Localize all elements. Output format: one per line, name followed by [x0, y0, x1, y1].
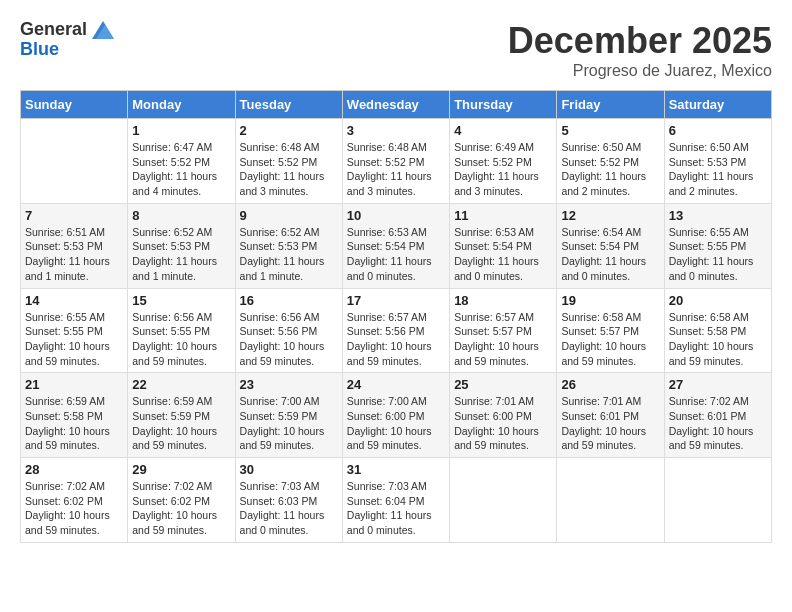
day-cell: 19Sunrise: 6:58 AMSunset: 5:57 PMDayligh…: [557, 288, 664, 373]
day-info: Sunrise: 6:48 AMSunset: 5:52 PMDaylight:…: [347, 140, 445, 199]
day-cell: 22Sunrise: 6:59 AMSunset: 5:59 PMDayligh…: [128, 373, 235, 458]
day-info: Sunrise: 6:57 AMSunset: 5:56 PMDaylight:…: [347, 310, 445, 369]
day-number: 28: [25, 462, 123, 477]
day-cell: 11Sunrise: 6:53 AMSunset: 5:54 PMDayligh…: [450, 203, 557, 288]
day-number: 31: [347, 462, 445, 477]
day-cell: 14Sunrise: 6:55 AMSunset: 5:55 PMDayligh…: [21, 288, 128, 373]
day-cell: [664, 458, 771, 543]
day-cell: 8Sunrise: 6:52 AMSunset: 5:53 PMDaylight…: [128, 203, 235, 288]
day-cell: 30Sunrise: 7:03 AMSunset: 6:03 PMDayligh…: [235, 458, 342, 543]
day-cell: 17Sunrise: 6:57 AMSunset: 5:56 PMDayligh…: [342, 288, 449, 373]
header-friday: Friday: [557, 91, 664, 119]
day-number: 17: [347, 293, 445, 308]
header-saturday: Saturday: [664, 91, 771, 119]
day-number: 25: [454, 377, 552, 392]
header-sunday: Sunday: [21, 91, 128, 119]
day-info: Sunrise: 7:02 AMSunset: 6:02 PMDaylight:…: [132, 479, 230, 538]
day-info: Sunrise: 6:51 AMSunset: 5:53 PMDaylight:…: [25, 225, 123, 284]
week-row-4: 28Sunrise: 7:02 AMSunset: 6:02 PMDayligh…: [21, 458, 772, 543]
day-number: 24: [347, 377, 445, 392]
header-monday: Monday: [128, 91, 235, 119]
week-row-0: 1Sunrise: 6:47 AMSunset: 5:52 PMDaylight…: [21, 119, 772, 204]
day-info: Sunrise: 7:03 AMSunset: 6:03 PMDaylight:…: [240, 479, 338, 538]
page-header: General Blue December 2025 Progreso de J…: [20, 20, 772, 80]
day-info: Sunrise: 6:56 AMSunset: 5:55 PMDaylight:…: [132, 310, 230, 369]
day-info: Sunrise: 6:54 AMSunset: 5:54 PMDaylight:…: [561, 225, 659, 284]
header-wednesday: Wednesday: [342, 91, 449, 119]
day-cell: [557, 458, 664, 543]
week-row-3: 21Sunrise: 6:59 AMSunset: 5:58 PMDayligh…: [21, 373, 772, 458]
logo-text: General Blue: [20, 20, 114, 60]
day-number: 18: [454, 293, 552, 308]
day-cell: 12Sunrise: 6:54 AMSunset: 5:54 PMDayligh…: [557, 203, 664, 288]
day-number: 4: [454, 123, 552, 138]
day-cell: 10Sunrise: 6:53 AMSunset: 5:54 PMDayligh…: [342, 203, 449, 288]
day-number: 8: [132, 208, 230, 223]
day-number: 15: [132, 293, 230, 308]
week-row-2: 14Sunrise: 6:55 AMSunset: 5:55 PMDayligh…: [21, 288, 772, 373]
day-info: Sunrise: 7:00 AMSunset: 5:59 PMDaylight:…: [240, 394, 338, 453]
logo-icon: [92, 21, 114, 39]
day-cell: 24Sunrise: 7:00 AMSunset: 6:00 PMDayligh…: [342, 373, 449, 458]
day-cell: 29Sunrise: 7:02 AMSunset: 6:02 PMDayligh…: [128, 458, 235, 543]
day-number: 27: [669, 377, 767, 392]
logo: General Blue: [20, 20, 114, 60]
day-info: Sunrise: 6:55 AMSunset: 5:55 PMDaylight:…: [25, 310, 123, 369]
day-cell: 9Sunrise: 6:52 AMSunset: 5:53 PMDaylight…: [235, 203, 342, 288]
day-cell: 7Sunrise: 6:51 AMSunset: 5:53 PMDaylight…: [21, 203, 128, 288]
day-info: Sunrise: 7:02 AMSunset: 6:01 PMDaylight:…: [669, 394, 767, 453]
day-cell: 16Sunrise: 6:56 AMSunset: 5:56 PMDayligh…: [235, 288, 342, 373]
day-info: Sunrise: 6:56 AMSunset: 5:56 PMDaylight:…: [240, 310, 338, 369]
day-info: Sunrise: 6:58 AMSunset: 5:57 PMDaylight:…: [561, 310, 659, 369]
day-number: 3: [347, 123, 445, 138]
day-cell: [21, 119, 128, 204]
day-number: 1: [132, 123, 230, 138]
day-cell: 21Sunrise: 6:59 AMSunset: 5:58 PMDayligh…: [21, 373, 128, 458]
day-cell: 2Sunrise: 6:48 AMSunset: 5:52 PMDaylight…: [235, 119, 342, 204]
day-info: Sunrise: 7:01 AMSunset: 6:00 PMDaylight:…: [454, 394, 552, 453]
day-cell: 5Sunrise: 6:50 AMSunset: 5:52 PMDaylight…: [557, 119, 664, 204]
day-info: Sunrise: 6:52 AMSunset: 5:53 PMDaylight:…: [240, 225, 338, 284]
day-cell: 28Sunrise: 7:02 AMSunset: 6:02 PMDayligh…: [21, 458, 128, 543]
week-row-1: 7Sunrise: 6:51 AMSunset: 5:53 PMDaylight…: [21, 203, 772, 288]
day-number: 23: [240, 377, 338, 392]
day-number: 11: [454, 208, 552, 223]
calendar-header: SundayMondayTuesdayWednesdayThursdayFrid…: [21, 91, 772, 119]
day-cell: 4Sunrise: 6:49 AMSunset: 5:52 PMDaylight…: [450, 119, 557, 204]
main-title: December 2025: [508, 20, 772, 62]
day-number: 10: [347, 208, 445, 223]
calendar: SundayMondayTuesdayWednesdayThursdayFrid…: [20, 90, 772, 543]
day-info: Sunrise: 6:47 AMSunset: 5:52 PMDaylight:…: [132, 140, 230, 199]
day-info: Sunrise: 6:57 AMSunset: 5:57 PMDaylight:…: [454, 310, 552, 369]
day-number: 5: [561, 123, 659, 138]
day-info: Sunrise: 7:01 AMSunset: 6:01 PMDaylight:…: [561, 394, 659, 453]
day-cell: 23Sunrise: 7:00 AMSunset: 5:59 PMDayligh…: [235, 373, 342, 458]
day-cell: 18Sunrise: 6:57 AMSunset: 5:57 PMDayligh…: [450, 288, 557, 373]
day-info: Sunrise: 7:02 AMSunset: 6:02 PMDaylight:…: [25, 479, 123, 538]
day-cell: 6Sunrise: 6:50 AMSunset: 5:53 PMDaylight…: [664, 119, 771, 204]
day-number: 16: [240, 293, 338, 308]
day-number: 14: [25, 293, 123, 308]
day-number: 26: [561, 377, 659, 392]
day-info: Sunrise: 6:55 AMSunset: 5:55 PMDaylight:…: [669, 225, 767, 284]
day-info: Sunrise: 6:52 AMSunset: 5:53 PMDaylight:…: [132, 225, 230, 284]
day-number: 30: [240, 462, 338, 477]
day-info: Sunrise: 6:53 AMSunset: 5:54 PMDaylight:…: [347, 225, 445, 284]
day-info: Sunrise: 6:48 AMSunset: 5:52 PMDaylight:…: [240, 140, 338, 199]
day-cell: 25Sunrise: 7:01 AMSunset: 6:00 PMDayligh…: [450, 373, 557, 458]
title-block: December 2025 Progreso de Juarez, Mexico: [508, 20, 772, 80]
logo-general: General: [20, 20, 114, 40]
day-number: 2: [240, 123, 338, 138]
day-info: Sunrise: 7:03 AMSunset: 6:04 PMDaylight:…: [347, 479, 445, 538]
day-number: 9: [240, 208, 338, 223]
day-info: Sunrise: 6:50 AMSunset: 5:53 PMDaylight:…: [669, 140, 767, 199]
day-number: 21: [25, 377, 123, 392]
day-cell: 27Sunrise: 7:02 AMSunset: 6:01 PMDayligh…: [664, 373, 771, 458]
day-cell: 20Sunrise: 6:58 AMSunset: 5:58 PMDayligh…: [664, 288, 771, 373]
day-info: Sunrise: 6:59 AMSunset: 5:58 PMDaylight:…: [25, 394, 123, 453]
day-number: 7: [25, 208, 123, 223]
day-number: 13: [669, 208, 767, 223]
day-number: 22: [132, 377, 230, 392]
header-thursday: Thursday: [450, 91, 557, 119]
logo-blue: Blue: [20, 40, 114, 60]
